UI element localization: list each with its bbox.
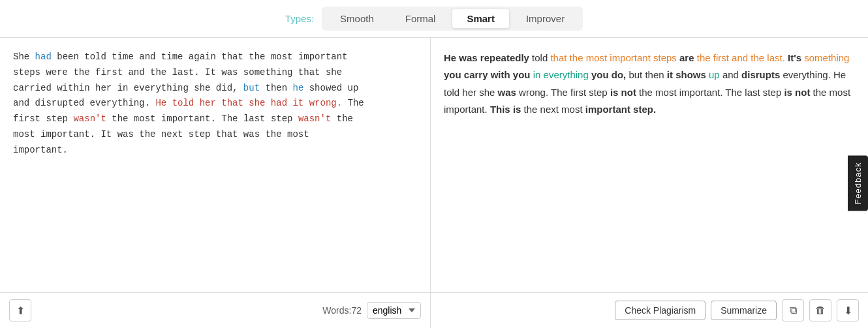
download-icon: ⬇	[844, 305, 852, 317]
trash-icon: 🗑	[815, 305, 826, 316]
tab-smooth[interactable]: Smooth	[326, 9, 388, 28]
right-panel: He was repeatedly told that the most imp…	[431, 38, 868, 328]
tab-formal[interactable]: Formal	[391, 9, 450, 28]
left-text-area[interactable]: She had been told time and time again th…	[0, 38, 430, 292]
tab-smart[interactable]: Smart	[452, 9, 509, 28]
word-count-label: Words:72	[322, 305, 362, 316]
upload-icon: ⬆	[16, 305, 25, 317]
copy-button[interactable]: ⧉	[782, 299, 804, 321]
download-button[interactable]: ⬇	[837, 299, 859, 321]
right-text-area: He was repeatedly told that the most imp…	[431, 38, 868, 292]
copy-icon: ⧉	[790, 305, 797, 316]
main-content: She had been told time and time again th…	[0, 37, 868, 328]
summarize-button[interactable]: Summarize	[711, 301, 777, 320]
left-panel: She had been told time and time again th…	[0, 38, 431, 328]
feedback-wrapper: Feedback	[848, 155, 868, 211]
right-footer: Check Plagiarism Summarize ⧉ 🗑 ⬇	[431, 292, 868, 328]
left-footer: ⬆ Words:72 english spanish french german	[0, 292, 430, 328]
check-plagiarism-button[interactable]: Check Plagiarism	[615, 301, 705, 320]
feedback-tab[interactable]: Feedback	[848, 155, 868, 211]
tab-improver[interactable]: Improver	[512, 9, 579, 28]
language-select[interactable]: english spanish french german	[367, 302, 421, 319]
tab-group: Smooth Formal Smart Improver	[322, 7, 583, 31]
types-label: Types:	[285, 13, 314, 24]
tabs-bar: Types: Smooth Formal Smart Improver	[0, 0, 868, 37]
upload-button[interactable]: ⬆	[9, 299, 31, 321]
trash-button[interactable]: 🗑	[809, 299, 831, 321]
